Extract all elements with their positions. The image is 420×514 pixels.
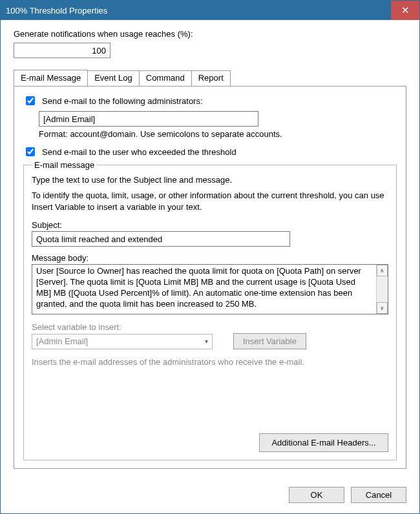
additional-headers-button[interactable]: Additional E-mail Headers... [259, 433, 388, 452]
tab-email-message[interactable]: E-mail Message [14, 70, 88, 86]
instruction-2: To identify the quota, limit, usage, or … [32, 190, 388, 212]
message-body-wrap: ∧ ∨ [32, 264, 388, 314]
threshold-input[interactable] [14, 43, 110, 58]
variable-row: [Admin Email] ▾ Insert Variable [32, 333, 388, 349]
ok-button[interactable]: OK [289, 487, 344, 503]
tab-panel-email: Send e-mail to the following administrat… [14, 86, 406, 469]
email-message-fieldset: E-mail message Type the text to use for … [23, 165, 397, 460]
variable-select[interactable]: [Admin Email] ▾ [32, 334, 213, 349]
spacer [32, 367, 388, 428]
send-admins-row: Send e-mail to the following administrat… [23, 94, 397, 107]
send-admins-checkbox[interactable] [26, 96, 35, 105]
tabstrip: E-mail Message Event Log Command Report [14, 70, 406, 86]
message-body-textarea[interactable] [32, 265, 376, 314]
chevron-up-icon: ∧ [380, 267, 384, 274]
fieldset-legend: E-mail message [32, 160, 97, 170]
dialog-body: Generate notifications when usage reache… [1, 20, 419, 478]
send-admins-label: Send e-mail to the following administrat… [42, 96, 203, 106]
cancel-button[interactable]: Cancel [351, 487, 406, 503]
subject-label: Subject: [32, 220, 388, 230]
tab-report[interactable]: Report [191, 70, 231, 87]
instruction-1: Type the text to use for the Subject lin… [32, 175, 388, 185]
additional-headers-row: Additional E-mail Headers... [32, 433, 388, 452]
tab-command[interactable]: Command [139, 70, 192, 87]
admins-indent: Format: account@domain. Use semicolons t… [39, 111, 397, 145]
variable-select-label: Select variable to insert: [32, 322, 388, 332]
variable-help-text: Inserts the e-mail addresses of the admi… [32, 357, 388, 367]
admins-input[interactable] [39, 111, 258, 127]
tab-event-log[interactable]: Event Log [87, 70, 140, 87]
send-user-label: Send e-mail to the user who exceeded the… [42, 147, 236, 157]
titlebar[interactable]: 100% Threshold Properties ✕ [1, 1, 419, 20]
tabs-container: E-mail Message Event Log Command Report … [14, 70, 406, 469]
message-body-scrollbar[interactable]: ∧ ∨ [376, 265, 388, 314]
send-user-checkbox[interactable] [26, 147, 35, 156]
dropdown-icon: ▾ [205, 338, 208, 345]
subject-input[interactable] [32, 231, 290, 247]
scroll-up-button[interactable]: ∧ [377, 265, 388, 276]
scroll-track[interactable] [377, 276, 388, 302]
dialog-footer: OK Cancel [1, 478, 419, 513]
format-hint: Format: account@domain. Use semicolons t… [39, 129, 397, 139]
dialog-window: 100% Threshold Properties ✕ Generate not… [0, 0, 420, 514]
send-user-row: Send e-mail to the user who exceeded the… [23, 145, 397, 158]
chevron-down-icon: ∨ [380, 305, 384, 311]
close-button[interactable]: ✕ [391, 1, 419, 20]
variable-select-value: [Admin Email] [36, 336, 88, 346]
scroll-down-button[interactable]: ∨ [377, 302, 388, 314]
window-title: 100% Threshold Properties [6, 6, 107, 15]
close-icon: ✕ [401, 5, 410, 16]
generate-label: Generate notifications when usage reache… [14, 29, 406, 39]
body-label: Message body: [32, 253, 388, 263]
insert-variable-button[interactable]: Insert Variable [233, 333, 306, 349]
